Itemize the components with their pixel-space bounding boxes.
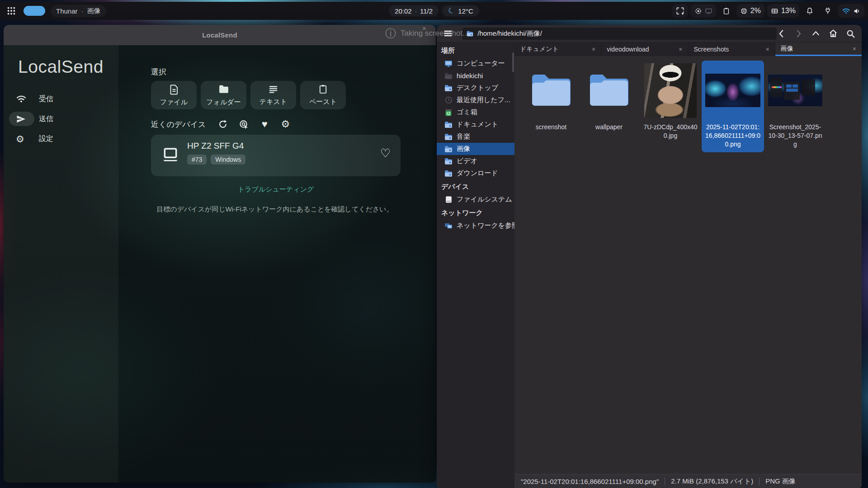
- sidebar-item-documents[interactable]: ドキュメント: [437, 118, 514, 131]
- toast-close-icon[interactable]: ×: [422, 24, 426, 32]
- settings-icon[interactable]: [280, 119, 291, 130]
- tab-screenshots[interactable]: Screenshots ×: [689, 42, 775, 56]
- recent-icon: [444, 96, 453, 105]
- sidebar-item-desktop[interactable]: デスクトップ: [437, 82, 514, 94]
- downloads-folder-icon: [444, 169, 453, 178]
- desktop-folder-icon: [444, 84, 453, 93]
- file-item-screenshot-png[interactable]: Screenshot_2025-10-30_13-57-07.png: [766, 62, 825, 149]
- sidebar-item-pictures[interactable]: 画像: [437, 143, 514, 155]
- clock-pill[interactable]: 20:02 · 11/2: [389, 5, 439, 17]
- weather-pill[interactable]: 12°C: [442, 5, 479, 17]
- tab-videodownload[interactable]: videodownload ×: [601, 42, 688, 56]
- status-divider: [759, 478, 760, 485]
- scan-icon[interactable]: [238, 119, 249, 130]
- sidebar-item-videos[interactable]: ビデオ: [437, 155, 514, 167]
- nearby-devices-heading: 近くのデバイス: [151, 119, 206, 130]
- clipboard-tray-button[interactable]: [719, 4, 734, 18]
- file-item-selected-png[interactable]: 2025-11-02T20:01:16,866021111+09:00.png: [702, 61, 764, 152]
- music-folder-icon: [444, 132, 453, 141]
- focused-window-title[interactable]: Thunar · 画像: [51, 5, 106, 17]
- localsend-body: LocalSend 受信 送信 設定 選択 ファイル フォルダー: [4, 45, 436, 483]
- nav-item-settings[interactable]: 設定: [4, 130, 118, 147]
- volume-icon: [853, 7, 861, 15]
- videos-folder-icon: [444, 157, 453, 166]
- clipboard-icon: [722, 7, 730, 15]
- image-thumbnail: [768, 75, 822, 106]
- device-card[interactable]: HP Z2 SFF G4 #73 Windows: [151, 135, 401, 176]
- select-folder-button[interactable]: フォルダー: [201, 81, 246, 109]
- image-thumbnail: [644, 63, 697, 118]
- sidebar-item-computer[interactable]: コンピューター: [437, 57, 514, 70]
- ram-usage: 13%: [781, 7, 796, 15]
- screenshot-tool-button[interactable]: [672, 4, 688, 18]
- sidebar-item-music[interactable]: 音楽: [437, 131, 514, 143]
- search-button[interactable]: [846, 29, 855, 38]
- notifications-button[interactable]: [802, 4, 817, 18]
- file-item-panda-image[interactable]: 7U-zDCdp_400x400.jpg: [641, 62, 700, 140]
- sidebar-item-trash[interactable]: ゴミ箱: [437, 106, 514, 118]
- sidebar-item-recent[interactable]: 最近使用したフ...: [437, 94, 514, 106]
- heart-outline-icon[interactable]: [380, 147, 391, 159]
- sidebar-item-filesystem[interactable]: ファイルシステム: [437, 193, 514, 206]
- paste-icon: [318, 84, 328, 94]
- file-grid[interactable]: screenshot wallpaper 7U-zDCdp_400x400.jp…: [514, 56, 862, 474]
- cpu-icon: [740, 7, 748, 15]
- thunar-toolbar: /home/hidekichi/画像/: [437, 25, 862, 42]
- status-filename: "2025-11-02T20:01:16,866021111+09:00.png…: [521, 478, 659, 485]
- path-bar[interactable]: /home/hidekichi/画像/: [462, 28, 777, 40]
- close-tab-icon[interactable]: ×: [853, 45, 856, 52]
- select-file-button[interactable]: ファイル: [151, 81, 197, 109]
- status-filesize: 2.7 MiB (2,876,153 バイト): [671, 477, 753, 486]
- file-item-screenshot-folder[interactable]: screenshot: [522, 62, 580, 131]
- bell-icon: [806, 7, 814, 15]
- power-button[interactable]: [820, 4, 835, 18]
- cpu-usage: 2%: [750, 7, 761, 15]
- up-button[interactable]: [811, 29, 821, 38]
- sidebar-item-downloads[interactable]: ダウンロード: [437, 167, 514, 179]
- close-tab-icon[interactable]: ×: [679, 46, 682, 53]
- sidebar-item-home[interactable]: hidekichi: [437, 70, 514, 82]
- ram-icon: [771, 7, 778, 15]
- selection-heading: 選択: [151, 67, 166, 77]
- ram-monitor[interactable]: 13%: [767, 4, 799, 18]
- sidebar-section-devices: デバイス: [437, 179, 514, 193]
- sidebar-scrollbar[interactable]: [512, 52, 514, 72]
- file-item-wallpaper-folder[interactable]: wallpaper: [580, 62, 638, 131]
- clock-time: 20:02: [395, 7, 412, 15]
- status-divider: [665, 478, 665, 485]
- cpu-monitor[interactable]: 2%: [736, 4, 764, 18]
- folder-icon: [529, 72, 573, 108]
- forward-button[interactable]: [794, 29, 803, 38]
- power-plug-icon: [824, 7, 832, 15]
- nav-label-receive: 受信: [39, 94, 53, 104]
- network-audio-group[interactable]: [838, 4, 864, 18]
- workspace-indicator[interactable]: [24, 6, 45, 16]
- close-tab-icon[interactable]: ×: [592, 46, 595, 53]
- documents-folder-icon: [444, 120, 453, 129]
- status-filetype: PNG 画像: [765, 477, 796, 486]
- screenshot-toast: Taking screenshot... ×: [385, 28, 469, 39]
- localsend-titlebar[interactable]: LocalSend: [4, 25, 436, 45]
- tab-bar: ドキュメント × videodownload × Screenshots × 画…: [514, 42, 862, 56]
- screen-recorder-group[interactable]: [691, 4, 716, 18]
- clock-separator: ·: [415, 8, 417, 14]
- home-button[interactable]: [828, 28, 838, 38]
- selection-buttons: ファイル フォルダー テキスト ペースト: [151, 81, 346, 109]
- tab-pictures[interactable]: 画像 ×: [775, 42, 862, 56]
- nav-item-receive[interactable]: 受信: [4, 90, 118, 108]
- tab-documents[interactable]: ドキュメント ×: [514, 42, 601, 56]
- filesystem-icon: [444, 195, 453, 204]
- troubleshooting-link[interactable]: トラブルシューティング: [151, 185, 401, 194]
- current-path: /home/hidekichi/画像/: [477, 29, 542, 38]
- sidebar-item-browse-network[interactable]: ネットワークを参照: [437, 220, 514, 232]
- app-grid-button[interactable]: [5, 4, 18, 18]
- paste-button[interactable]: ペースト: [300, 81, 346, 109]
- nav-item-send[interactable]: 送信: [4, 110, 118, 127]
- select-text-button[interactable]: テキスト: [250, 81, 296, 109]
- back-button[interactable]: [777, 29, 786, 38]
- trash-icon: [444, 108, 453, 117]
- close-tab-icon[interactable]: ×: [766, 46, 769, 53]
- refresh-icon[interactable]: [217, 119, 228, 130]
- thunar-sidebar: 場所 コンピューター hidekichi デスクトップ 最近使用したフ... ゴ…: [437, 42, 514, 488]
- favorite-icon[interactable]: [259, 119, 270, 130]
